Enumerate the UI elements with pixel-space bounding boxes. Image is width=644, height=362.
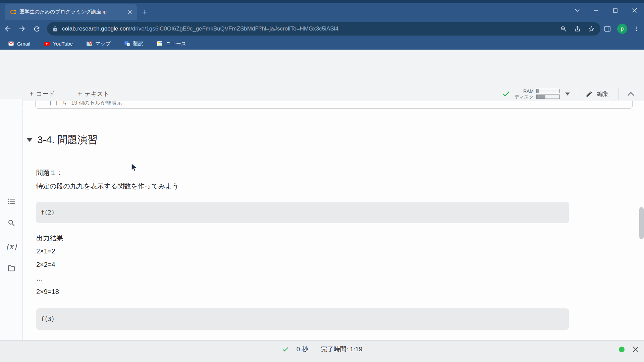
code-text[interactable]: f(3) [41,316,55,322]
bookmark-maps[interactable]: マップ [86,41,111,47]
vertical-scrollbar[interactable] [639,207,644,239]
run-cell-indicator[interactable]: [ ] [49,101,58,106]
ram-fill [537,89,539,93]
url-domain: colab.research.google.com [62,25,130,32]
back-icon[interactable] [1,22,14,36]
problem-title: 問題１： [36,168,63,177]
minimize-icon[interactable] [587,3,606,18]
toolbar-divider [618,88,619,100]
news-icon [157,41,163,47]
browser-actions: p [604,22,639,36]
code-text[interactable]: f(2) [41,209,55,216]
bookmark-label: マップ [95,41,111,47]
output-line: 2×9=18 [36,288,63,302]
bookmark-news[interactable]: ニュース [157,41,186,47]
browser-profile-avatar[interactable]: p [617,24,627,34]
browser-menu-icon[interactable] [633,26,639,32]
left-rail: {x} [0,99,23,340]
add-text-button[interactable]: + テキスト [78,86,109,101]
bookmark-label: ニュース [166,41,186,47]
tab-close-icon[interactable] [127,10,132,14]
url-path: /drive/1gs6iC0OI6ZgE9c_geFmkBuQVFmZSbMdF… [130,25,338,32]
colab-header: 医学生のためのプログラミング講座.ipynb ファイル 編集 表示 挿入 ランタ… [0,50,644,86]
add-code-label: コード [36,90,55,98]
variables-glyph: {x} [5,243,18,251]
execution-status: 0 秒 完了時間: 1:19 [0,341,644,358]
new-tab-button[interactable]: + [138,5,152,19]
collapse-toolbar-icon[interactable] [627,92,635,96]
browser-tab-strip: 医学生のためのプログラミング講座.ip + [0,0,644,20]
window-controls [568,3,644,18]
disk-label: ディスク [515,95,534,99]
forward-icon[interactable] [15,22,29,36]
status-indicator-dot [619,347,625,352]
maximize-icon[interactable] [606,3,625,18]
output-line: … [36,275,63,288]
reload-icon[interactable] [30,22,43,36]
tab-title: 医学生のためのプログラミング講座.ip [19,9,124,15]
notebook-toolbar: + コード + テキスト RAM ディスク 編集 [0,86,644,101]
bookmark-label: YouTube [53,41,73,47]
output-line: 出力結果 [36,234,63,247]
url-text[interactable]: colab.research.google.com/drive/1gs6iC0O… [62,25,553,32]
lock-icon[interactable] [52,26,58,32]
maps-icon [86,41,92,47]
plus-icon: + [78,90,82,98]
resource-monitor[interactable]: RAM ディスク [515,89,560,99]
code-cell[interactable]: f(3) [36,308,569,330]
success-check-icon [282,346,289,353]
ram-label: RAM [523,89,534,94]
edit-mode-button[interactable]: 編集 [586,90,609,98]
tab-search-icon[interactable] [568,3,587,18]
close-window-icon[interactable] [625,3,644,18]
disk-fill [537,95,545,99]
ram-meter [536,89,560,93]
output-line: 2×1=2 [36,247,63,261]
add-text-label: テキスト [85,90,109,98]
colab-favicon [9,9,16,15]
mouse-cursor [131,163,140,174]
toolbar-divider [576,88,576,100]
pencil-icon [586,90,593,98]
problem-description: 特定の段の九九を表示する関数を作ってみよう [36,182,179,191]
address-bar[interactable]: colab.research.google.com/drive/1gs6iC0O… [47,22,600,36]
bookmark-label: 翻訳 [133,41,143,47]
search-icon[interactable] [0,219,23,227]
variables-icon[interactable]: {x} [0,243,23,251]
youtube-icon [44,41,50,47]
gmail-icon [8,41,14,47]
completion-time: 完了時間: 1:19 [321,345,363,354]
bookmark-translate[interactable]: G 翻訳 [124,41,143,47]
execution-duration: 0 秒 [297,345,308,354]
browser-tab[interactable]: 医学生のためのプログラミング講座.ip [5,4,137,20]
code-cell[interactable]: f(2) [36,202,569,223]
disk-meter [536,95,560,99]
collapse-section-icon[interactable] [26,138,33,142]
zoom-page-icon[interactable] [560,25,567,33]
close-status-icon[interactable] [631,345,640,354]
table-of-contents-icon[interactable] [0,197,23,205]
add-code-button[interactable]: + コード [30,86,55,101]
toolbar-right: RAM ディスク 編集 [502,86,635,101]
hidden-cells-label[interactable]: 19 個のセルが非表示 [71,101,122,107]
execution-status-bar: 0 秒 完了時間: 1:19 [0,340,644,362]
window-top-edge [0,0,644,3]
split-screen-icon[interactable] [604,25,611,33]
translate-icon: G [124,41,130,47]
share-page-icon[interactable] [574,25,581,33]
bookmark-star-icon[interactable] [588,25,595,33]
resources-dropdown-icon[interactable] [565,93,570,96]
connected-check-icon [502,89,511,98]
expected-output-block: 出力結果 2×1=2 2×2=4 … 2×9=18 [36,234,63,302]
hidden-cells-arrow: ↳ [62,101,67,106]
output-line: 2×2=4 [36,261,63,275]
bookmark-gmail[interactable]: Gmail [8,41,30,47]
section-heading: 3-4. 問題演習 [26,133,98,147]
bookmarks-bar: Gmail YouTube マップ G 翻訳 ニュース [0,38,644,50]
files-icon[interactable] [0,264,23,273]
section-title[interactable]: 3-4. 問題演習 [37,133,98,147]
notebook-content: [ ] ↳ 19 個のセルが非表示 3-4. 問題演習 問題１： 特定の段の九九… [23,101,644,340]
bookmark-youtube[interactable]: YouTube [44,41,73,47]
edit-label: 編集 [597,90,609,98]
hidden-cells-banner[interactable]: [ ] ↳ 19 個のセルが非表示 [35,101,633,109]
